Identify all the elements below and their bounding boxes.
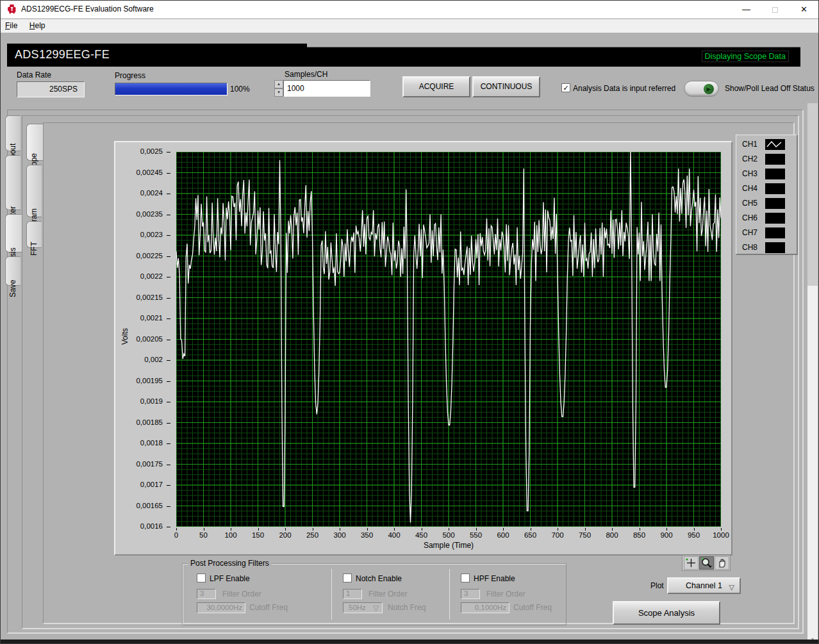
plot-channel-dropdown[interactable]: Channel 1 ▽ <box>667 577 741 594</box>
hpf-cutoff-value: 0,1000Hz <box>461 602 509 613</box>
y-tick-mark <box>167 423 170 424</box>
spinner-up-icon[interactable]: ▲ <box>274 80 283 88</box>
minimize-button[interactable]: — <box>732 1 761 19</box>
maximize-button[interactable] <box>761 1 790 19</box>
device-name: ADS1299EEG-FE <box>15 48 110 62</box>
legend-channel-label: CH1 <box>742 140 757 149</box>
acquire-button[interactable]: ACQUIRE <box>402 76 470 97</box>
y-tick-label: 0,00245 <box>117 169 163 176</box>
y-tick-mark <box>167 465 170 465</box>
y-tick-mark <box>167 298 170 299</box>
hpf-enable-checkbox[interactable] <box>461 574 470 582</box>
continuous-button[interactable]: CONTINUOUS <box>472 76 540 97</box>
tab-scope[interactable]: Scope <box>26 124 43 161</box>
title-bar: ADS1299ECG-FE Evaluation Software — ✕ <box>1 1 818 19</box>
y-tick-label: 0,00235 <box>117 210 163 218</box>
legend-channel-label: CH2 <box>742 154 757 163</box>
channel-legend: CH1 CH2 CH3 CH4 CH5 CH6 CH7 CH8 <box>736 135 798 255</box>
scope-analysis-button[interactable]: Scope Analysis <box>613 601 720 625</box>
samples-input[interactable] <box>283 80 370 97</box>
filters-group-title: Post Processing Filters <box>188 559 272 568</box>
analysis-referred-checkbox[interactable]: ✓ <box>561 83 570 92</box>
y-tick-mark <box>167 277 170 277</box>
x-tick-label: 1000 <box>705 531 737 539</box>
legend-channel-swatch[interactable] <box>765 139 785 150</box>
tab-fft[interactable]: FFT <box>26 221 42 248</box>
y-tick-label: 0,0018 <box>117 439 163 447</box>
legend-channel-swatch[interactable] <box>765 154 785 165</box>
notch-freq-value: 50Hz <box>349 604 366 611</box>
lpf-enable-label: LPF Enable <box>210 574 250 583</box>
legend-channel-label: CH3 <box>742 169 757 178</box>
progress-percent: 100% <box>230 85 250 94</box>
lpf-enable-checkbox[interactable] <box>197 574 206 582</box>
device-header: ADS1299EEG-FE Displaying Scope Data <box>7 44 800 67</box>
x-tick-mark <box>476 528 477 531</box>
legend-row: CH6 <box>736 211 797 226</box>
x-tick-mark <box>640 528 640 531</box>
samples-spinner[interactable]: ▲ ▼ <box>274 80 283 97</box>
notch-enable-checkbox[interactable] <box>343 574 352 582</box>
zoom-tool-button[interactable] <box>699 556 714 570</box>
post-processing-filters-group: Post Processing Filters LPF Enable 3 Fil… <box>182 563 567 625</box>
hpf-cutoff-label: Cutoff Freq <box>513 603 552 612</box>
crosshair-tool-button[interactable] <box>684 556 699 570</box>
legend-channel-swatch[interactable] <box>765 198 785 209</box>
scrollbar-thumb[interactable] <box>807 103 818 286</box>
legend-channel-label: CH5 <box>742 199 757 208</box>
y-tick-label: 0,0025 <box>117 147 163 155</box>
y-tick-mark <box>167 215 170 215</box>
x-axis-label: Sample (Time) <box>385 541 513 550</box>
vertical-scrollbar[interactable]: ⌄ <box>807 103 818 643</box>
scope-plot-area[interactable] <box>176 152 721 527</box>
legend-channel-label: CH4 <box>742 184 757 193</box>
y-tick-label: 0,00165 <box>117 502 163 509</box>
menu-file[interactable]: File <box>1 19 22 30</box>
inner-tab-panel: 0,0025 0,00245 0,0024 0,00235 0,0023 0,0… <box>43 122 795 624</box>
y-tick-mark <box>167 194 170 194</box>
window-bottom-edge <box>1 640 818 643</box>
analysis-referred-label: Analysis Data is input referred <box>573 84 675 93</box>
x-tick-mark <box>313 528 313 531</box>
y-tick-mark <box>167 256 170 257</box>
legend-channel-swatch[interactable] <box>765 169 785 179</box>
y-tick-mark <box>167 402 170 402</box>
y-tick-label: 0,00175 <box>117 460 163 468</box>
lpf-order-value: 3 <box>197 589 216 599</box>
tab-adc-register[interactable]: ADC Register <box>5 155 21 210</box>
y-tick-label: 0,0019 <box>117 397 163 405</box>
leadoff-label: Show/Poll Lead Off Status <box>725 84 815 93</box>
legend-channel-swatch[interactable] <box>765 213 785 224</box>
y-tick-label: 0,0017 <box>117 481 163 488</box>
legend-row: CH8 <box>736 240 797 255</box>
y-tick-label: 0,00215 <box>117 293 163 301</box>
tab-histogram[interactable]: Histogram <box>26 165 42 217</box>
graph-palette <box>682 555 731 571</box>
hpf-order-label: Filter Order <box>486 590 525 599</box>
menu-help[interactable]: Help <box>25 19 50 30</box>
pan-tool-button[interactable] <box>715 556 729 570</box>
tab-analysis[interactable]: Analysis <box>5 214 22 252</box>
notch-freq-dropdown[interactable]: 50Hz ▽ <box>343 602 383 613</box>
dropdown-arrow-icon: ▽ <box>373 604 379 613</box>
dropdown-arrow-icon: ▽ <box>729 580 734 594</box>
data-rate-value: 250SPS <box>17 81 85 97</box>
ti-logo-icon <box>6 4 17 15</box>
x-tick-mark <box>694 528 695 531</box>
legend-channel-swatch[interactable] <box>765 183 785 194</box>
data-rate-label: Data Rate <box>17 70 51 79</box>
y-tick-mark <box>167 173 170 174</box>
legend-row: CH7 <box>736 226 797 240</box>
leadoff-toggle[interactable]: ▶ <box>684 81 719 97</box>
tab-about[interactable]: About <box>5 115 21 151</box>
hpf-order-value: 3 <box>461 589 480 599</box>
legend-channel-swatch[interactable] <box>765 242 785 253</box>
lpf-cutoff-label: Cutoff Freq <box>249 603 288 612</box>
y-tick-label: 0,002 <box>117 356 163 363</box>
legend-channel-swatch[interactable] <box>765 227 785 238</box>
tab-save[interactable]: Save <box>5 256 21 286</box>
close-button[interactable]: ✕ <box>790 1 818 19</box>
x-tick-mark <box>258 528 259 531</box>
spinner-down-icon[interactable]: ▼ <box>274 88 283 97</box>
y-tick-mark <box>167 527 170 527</box>
